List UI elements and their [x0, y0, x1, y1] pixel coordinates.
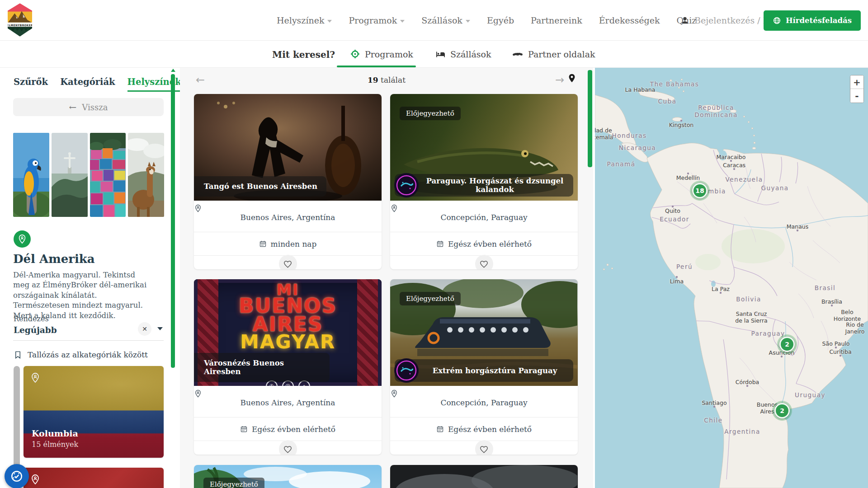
card-schedule: minden nap [194, 232, 382, 256]
active-tab-underline [337, 66, 416, 67]
show-on-map-pin-icon[interactable] [567, 73, 577, 85]
calendar-icon [436, 425, 444, 433]
bed-icon [435, 49, 446, 60]
sidebar-tab-kategoriak[interactable]: Kategóriák [60, 77, 115, 92]
partner-logo [394, 358, 419, 383]
card-image-boat: Előjegyezhető Extrém horgásztúra Paragua… [390, 279, 578, 386]
result-card[interactable] [390, 465, 578, 488]
favorite-button[interactable] [279, 440, 297, 455]
globe-icon [773, 16, 781, 25]
cookie-consent-button[interactable] [5, 464, 29, 488]
result-card[interactable]: MI BUENOS AIRES MAGYAR ✆@⌂ Városnézés Bu… [194, 279, 382, 455]
sidebar-tab-szurok[interactable]: Szűrők [14, 77, 48, 92]
card-image-smoke [390, 465, 578, 488]
card-title: Extrém horgásztúra Paraguay [423, 366, 567, 375]
card-title: Paraguay. Horgászat és dzsungel kalandok [423, 177, 567, 194]
region-pin-badge [14, 230, 31, 248]
favorite-button[interactable] [475, 255, 493, 269]
search-question: Mit keresel? [272, 49, 335, 60]
map-pin-icon [30, 474, 41, 487]
result-card[interactable]: Előjegyezhető Paraguay. Horgászat és dzs… [390, 94, 578, 269]
card-image-tango: Tangó est Buenos Airesben [194, 94, 382, 201]
zoom-out-button[interactable]: - [850, 89, 863, 103]
neon-sign-text: MI BUENOS AIRES MAGYAR [194, 283, 382, 351]
partner-logo [394, 173, 419, 198]
country-card-kolumbia[interactable]: Kolumbia 15 élmények [24, 366, 164, 458]
location-pin-icon [390, 389, 578, 398]
main-nav: Helyszínek Programok Szállások Egyéb Par… [277, 0, 696, 41]
card-title: Városnézés Buenos Airesben [204, 359, 321, 376]
sort-label: Rendezés [14, 314, 49, 323]
location-pin-icon [390, 204, 578, 212]
zoom-in-button[interactable]: + [850, 75, 863, 89]
card-image-beach: Előjegyezhető [194, 465, 382, 488]
map-cluster-marker[interactable]: 2 [779, 337, 795, 352]
brand-logo[interactable]: ÉLMÉNYBRÓKER [6, 3, 33, 39]
location-pin-icon [194, 204, 382, 212]
post-ad-button[interactable]: Hírdetésfeladás [764, 10, 861, 31]
tab-partner-oldalak[interactable]: Partner oldalak [512, 49, 595, 60]
favorite-button[interactable] [279, 255, 297, 269]
map-clusters-layer: 1822 [595, 68, 868, 488]
card-location: Concepción, Paraguay [390, 204, 578, 232]
chevron-down-icon [400, 20, 405, 23]
result-card[interactable]: Tangó est Buenos Airesben Buenos Aires, … [194, 94, 382, 269]
browse-subcategories-link[interactable]: Tallózás az alkategóriák között [14, 350, 148, 359]
country-card-partial[interactable] [24, 468, 164, 488]
results-scrollbar[interactable] [588, 70, 592, 167]
handshake-icon [512, 49, 524, 60]
photo-llama[interactable] [128, 133, 164, 217]
nav-egyeb[interactable]: Egyéb [487, 15, 514, 25]
search-type-nav: Mit keresel? Programok Szállások Partner… [0, 41, 868, 68]
card-title: Tangó est Buenos Airesben [204, 182, 317, 191]
post-ad-label: Hírdetésfeladás [786, 16, 852, 25]
back-button[interactable]: ← Vissza [13, 98, 164, 116]
card-title-bar: Extrém horgásztúra Paraguay [395, 359, 573, 382]
results-panel: ← 19 találat → Ta [180, 68, 593, 488]
sort-select-value[interactable]: Legújabb [14, 325, 57, 335]
arrow-left-icon: ← [69, 102, 77, 113]
photo-rio-statue[interactable] [52, 133, 88, 217]
map-cluster-marker[interactable]: 18 [692, 183, 708, 198]
favorite-button[interactable] [475, 440, 493, 455]
map-zoom-control: + - [850, 75, 864, 103]
page: ÉLMÉNYBRÓKER Helyszínek Programok Szállá… [0, 0, 868, 488]
prebook-badge: Előjegyezhető [400, 107, 461, 120]
photo-colorful-houses[interactable] [90, 133, 126, 217]
card-title-bar: Városnézés Buenos Airesben [194, 353, 330, 382]
calendar-icon [240, 425, 248, 433]
nav-helyszinek[interactable]: Helyszínek [277, 15, 332, 25]
card-schedule: Egész évben elérhető [390, 232, 578, 256]
sort-dropdown-caret[interactable] [157, 327, 163, 330]
top-bar: ÉLMÉNYBRÓKER Helyszínek Programok Szállá… [0, 0, 868, 41]
filters-sidebar: Szűrők Kategóriák Helyszínek ← Vissza [0, 68, 180, 488]
prebook-badge: Előjegyezhető [400, 292, 461, 305]
card-location: Concepción, Paraguay [390, 389, 578, 418]
card-schedule: Egész évben elérhető [194, 418, 382, 441]
card-image-caiman: Előjegyezhető Paraguay. Horgászat és dzs… [390, 94, 578, 201]
sort-clear-button[interactable]: ✕ [138, 322, 151, 336]
map-cluster-marker[interactable]: 2 [774, 403, 790, 418]
nav-erdekessegek[interactable]: Érdekességek [599, 15, 660, 25]
region-title: Dél Amerika [13, 252, 95, 266]
location-pin-icon [194, 389, 382, 398]
results-count: 19 találat [180, 75, 593, 84]
map-pin-icon [30, 372, 41, 385]
compass-icon [350, 49, 360, 59]
calendar-icon [436, 240, 444, 248]
result-card[interactable]: Előjegyezhető Extrém horgásztúra Paragua… [390, 279, 578, 455]
result-card[interactable]: Előjegyezhető [194, 465, 382, 488]
tab-programok[interactable]: Programok [350, 49, 413, 59]
tab-szallasok[interactable]: Szállások [435, 49, 491, 60]
sidebar-tabs: Szűrők Kategóriák Helyszínek [14, 77, 180, 92]
scroll-up-arrow[interactable] [171, 69, 175, 72]
next-page-arrow-icon[interactable]: → [555, 74, 564, 86]
map-panel[interactable]: The BahamasLa HabanaCubaRepública Domini… [595, 68, 868, 488]
nav-partnereink[interactable]: Partnereink [531, 15, 582, 25]
region-description: Dél-Amerika magyarul. Tekintsd meg az Él… [13, 270, 153, 321]
nav-szallasok[interactable]: Szállások [421, 15, 470, 25]
photo-macaw[interactable] [13, 133, 49, 217]
nav-programok[interactable]: Programok [349, 15, 405, 25]
card-schedule: Egész évben elérhető [390, 418, 578, 441]
sidebar-scrollbar[interactable] [171, 74, 175, 368]
